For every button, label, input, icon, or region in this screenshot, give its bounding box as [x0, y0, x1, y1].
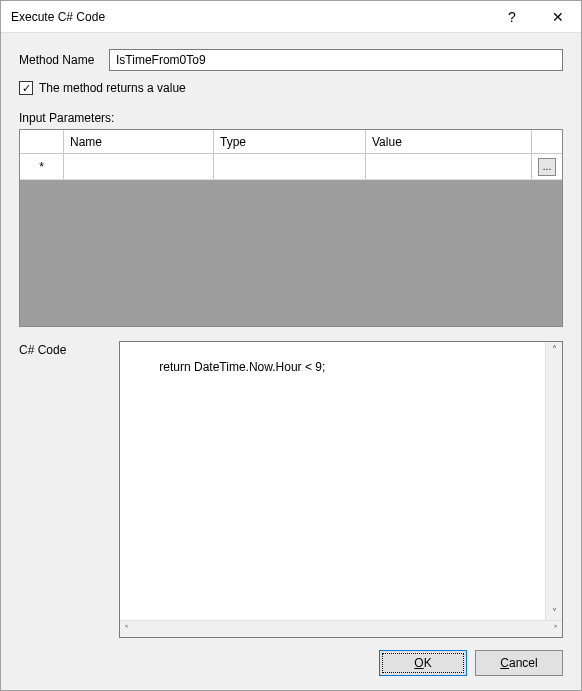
grid-cell-action: ...: [532, 154, 562, 179]
titlebar: Execute C# Code ? ✕: [1, 1, 581, 33]
scroll-up-icon[interactable]: ˄: [548, 342, 561, 357]
grid-header-row: Name Type Value: [20, 130, 562, 154]
grid-header-end: [532, 130, 562, 153]
code-row: C# Code return DateTime.Now.Hour < 9; ˄ …: [19, 341, 563, 638]
parameters-grid[interactable]: Name Type Value * ...: [19, 129, 563, 327]
ok-button[interactable]: OK: [379, 650, 467, 676]
ellipsis-button[interactable]: ...: [538, 158, 556, 176]
scroll-right-icon[interactable]: ˃: [549, 622, 562, 637]
help-button[interactable]: ?: [489, 1, 535, 33]
grid-cell-value[interactable]: [366, 154, 532, 179]
returns-value-row: ✓ The method returns a value: [19, 81, 563, 95]
vertical-scrollbar[interactable]: ˄ ˅: [545, 342, 562, 620]
cancel-button[interactable]: Cancel: [475, 650, 563, 676]
close-button[interactable]: ✕: [535, 1, 581, 33]
code-label: C# Code: [19, 341, 109, 638]
checkmark-icon: ✓: [22, 83, 31, 94]
help-icon: ?: [508, 9, 516, 25]
scroll-down-icon[interactable]: ˅: [548, 605, 561, 620]
method-name-row: Method Name: [19, 49, 563, 71]
window-title: Execute C# Code: [11, 10, 489, 24]
method-name-input[interactable]: [109, 49, 563, 71]
returns-value-checkbox[interactable]: ✓: [19, 81, 33, 95]
dialog-window: Execute C# Code ? ✕ Method Name ✓ The me…: [0, 0, 582, 691]
code-editor: return DateTime.Now.Hour < 9; ˄ ˅ ˂ ˃: [119, 341, 563, 638]
grid-header-value[interactable]: Value: [366, 130, 532, 153]
dialog-content: Method Name ✓ The method returns a value…: [1, 33, 581, 690]
grid-row-indicator: *: [20, 154, 64, 179]
input-parameters-label: Input Parameters:: [19, 111, 563, 125]
returns-value-label: The method returns a value: [39, 81, 186, 95]
grid-cell-name[interactable]: [64, 154, 214, 179]
horizontal-scrollbar[interactable]: ˂ ˃: [120, 620, 562, 637]
grid-header-indicator: [20, 130, 64, 153]
scroll-left-icon[interactable]: ˂: [120, 622, 133, 637]
grid-body: * ...: [20, 154, 562, 180]
code-textarea[interactable]: return DateTime.Now.Hour < 9; ˄ ˅: [120, 342, 562, 620]
dialog-buttons: OK Cancel: [19, 650, 563, 676]
grid-new-row[interactable]: * ...: [20, 154, 562, 180]
method-name-label: Method Name: [19, 53, 109, 67]
grid-cell-type[interactable]: [214, 154, 366, 179]
grid-header-name[interactable]: Name: [64, 130, 214, 153]
close-icon: ✕: [552, 9, 564, 25]
grid-header-type[interactable]: Type: [214, 130, 366, 153]
ellipsis-icon: ...: [543, 161, 551, 172]
code-content: return DateTime.Now.Hour < 9;: [159, 360, 325, 374]
